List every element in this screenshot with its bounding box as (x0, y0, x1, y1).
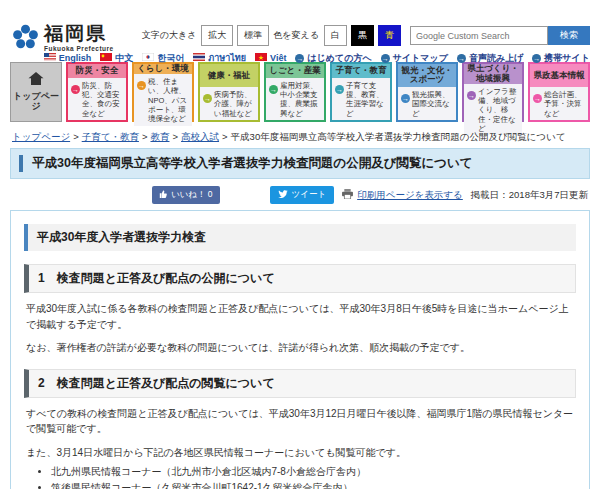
arrow-circle-icon: → (71, 85, 80, 94)
arrow-circle-icon: → (532, 54, 541, 63)
page-title: 平成30年度福岡県立高等学校入学者選抜学力検査問題の公開及び閲覧について (19, 155, 581, 172)
font-standard-button[interactable]: 標準 (237, 25, 269, 46)
sitemap-link[interactable]: → サイトマップ (381, 52, 448, 65)
font-size-label: 文字の大きさ (142, 29, 197, 42)
lang-english-link[interactable]: English (44, 53, 92, 63)
breadcrumb-education-link[interactable]: 教育 (150, 131, 169, 142)
section-1-paragraph: なお、著作権者の許諾が必要な教科の問題については、許諾が得られ次第、順次掲載の予… (26, 340, 574, 356)
social-row: いいね！ 0 ツイート 印刷用ページを表示する 掲載日：2018年3月7日更新 (12, 186, 588, 204)
arrow-circle-icon: → (401, 94, 410, 103)
color-white-button[interactable]: 白 (324, 25, 347, 46)
information-corner-list: 北九州県民情報コーナー（北九州市小倉北区城内7-8小倉総合庁舎内） 筑後県民情報… (51, 465, 576, 489)
search-button[interactable]: 検索 (548, 26, 590, 45)
color-blue-button[interactable]: 青 (378, 25, 401, 46)
color-change-label: 色を変える (273, 29, 319, 42)
section-2-paragraph: また、3月14日水曜日から下記の各地区県民情報コーナーにおいても閲覧可能です。 (26, 445, 574, 461)
category-nav: トップページ 防災・安全 → 防災、防犯、交通安全、食の安全など くらし・環境 … (0, 60, 600, 126)
nav-tile-disaster-safety[interactable]: 防災・安全 → 防災、防犯、交通安全、食の安全など (66, 62, 128, 122)
color-black-button[interactable]: 黒 (351, 25, 374, 46)
nav-tile-tourism-culture-sports[interactable]: 観光・文化・スポーツ → 観光振興、国際交流など (396, 62, 458, 122)
nav-tile-health-welfare[interactable]: 健康・福祉 → 疾病予防、介護、障がい福祉など (198, 62, 260, 122)
section-1-paragraph: 平成30年度入試に係る各教科の検査問題と正答及び配点については、平成30年3月8… (26, 301, 574, 332)
arrow-circle-icon: → (381, 54, 390, 63)
flag-vn-icon (255, 53, 267, 63)
nav-tile-prefectural-info[interactable]: 県政基本情報 → 総合計画、予算・決算など (528, 62, 590, 122)
lang-korean-link[interactable]: 한국어 (142, 52, 184, 65)
section-1-heading: 1検査問題と正答及び配点の公開について (24, 264, 576, 293)
font-enlarge-button[interactable]: 拡大 (201, 25, 233, 46)
home-icon (28, 72, 44, 87)
published-date: 掲載日：2018年3月7日更新 (471, 189, 588, 202)
nav-tile-home[interactable]: トップページ (10, 62, 62, 122)
site-header: 福岡県 Fukuoka Prefecture 文字の大きさ 拡大 標準 色を変え… (0, 0, 600, 60)
arrow-circle-icon: → (457, 54, 466, 63)
nav-tile-work-industry[interactable]: しごと・産業 → 雇用対策、中小企業支援、農業振興など (264, 62, 326, 122)
arrow-circle-icon: → (335, 85, 344, 94)
lang-vietnamese-link[interactable]: Việt (255, 53, 286, 63)
nav-tile-living-environment[interactable]: くらし・環境 → 税、住まい、人権、NPO、パスポート、環境保全など (132, 62, 194, 122)
arrow-circle-icon: → (269, 85, 278, 94)
plum-blossom-icon (12, 24, 39, 55)
twitter-bird-icon (278, 190, 288, 200)
arrow-circle-icon: → (295, 54, 304, 63)
breadcrumb-childcare-link[interactable]: 子育て・教育 (82, 131, 139, 142)
flag-kr-icon (142, 53, 154, 63)
facebook-like-button[interactable]: いいね！ 0 (152, 186, 220, 204)
print-page-link[interactable]: 印刷用ページを表示する (342, 189, 463, 202)
first-time-link[interactable]: → はじめての方へ (295, 52, 371, 65)
location-list-item: 筑後県民情報コーナー（久留米市合川町1642-1久留米総合庁舎内） (51, 481, 576, 489)
main-content: 平成30年度入学者選抜学力検査 1検査問題と正答及び配点の公開について 平成30… (10, 210, 590, 489)
arrow-circle-icon: → (203, 94, 212, 103)
tweet-button[interactable]: ツイート (270, 186, 335, 204)
arrow-circle-icon: → (533, 94, 542, 103)
flag-us-icon (44, 53, 56, 63)
location-list-item: 北九州県民情報コーナー（北九州市小倉北区城内7-8小倉総合庁舎内） (51, 465, 576, 479)
breadcrumb-highschool-exam-link[interactable]: 高校入試 (181, 131, 219, 142)
search-input[interactable] (410, 26, 548, 45)
nav-tile-childcare-education[interactable]: 子育て・教育 → 子育て支援、教育、生涯学習など (330, 62, 392, 122)
content-main-heading: 平成30年度入学者選抜学力検査 (24, 224, 576, 251)
breadcrumb-current: 平成30年度福岡県立高等学校入学者選抜学力検査問題の公開及び閲覧について (231, 131, 566, 142)
thumbs-up-icon (159, 190, 167, 200)
text-to-speech-link[interactable]: → 音声読み上げ (457, 52, 523, 65)
section-2-heading: 2検査問題と正答及び配点の閲覧について (24, 369, 576, 398)
nav-tile-regional-development[interactable]: 県土づくり・地域振興 → インフラ整備、地域づくり、移住・定住など (462, 62, 524, 122)
breadcrumb-home-link[interactable]: トップページ (12, 131, 70, 142)
printer-icon (342, 189, 353, 201)
lang-chinese-link[interactable]: 中文 (100, 52, 133, 65)
arrow-circle-icon: → (137, 81, 146, 90)
lang-thai-link[interactable]: ภาษาไทย (193, 51, 246, 65)
flag-th-icon (193, 53, 205, 63)
arrow-circle-icon: → (467, 91, 476, 100)
section-2-paragraph: すべての教科の検査問題と正答及び配点については、平成30年3月12日月曜日午後以… (26, 406, 574, 437)
page-title-bar: 平成30年度福岡県立高等学校入学者選抜学力検査問題の公開及び閲覧について (10, 148, 590, 179)
flag-cn-icon (100, 53, 112, 63)
mobile-site-link[interactable]: → 携帯サイト (532, 52, 590, 65)
